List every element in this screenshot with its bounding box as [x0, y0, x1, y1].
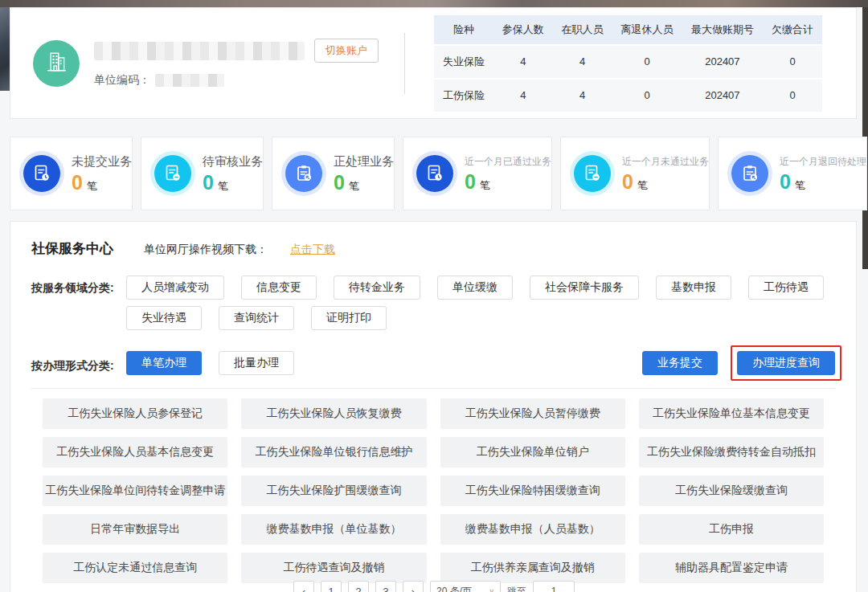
biz-button[interactable]: 工伤申报	[639, 514, 824, 545]
card-processing[interactable]: 正处理业务 0笔	[272, 137, 395, 210]
table-header-row: 险种 参保人数 在职人员 离退休人员 最大做账期号 欠缴合计	[434, 15, 822, 45]
page-size-select[interactable]: 20 条/页 ∨	[430, 581, 501, 592]
progress-query-button[interactable]: 办理进度查询	[737, 351, 835, 375]
domain-button-personnel-change[interactable]: 人员增减变动	[126, 276, 224, 300]
biz-button[interactable]: 工伤失业保险缴费待转金自动抵扣	[639, 437, 824, 467]
document-minus-icon	[574, 155, 611, 192]
biz-button[interactable]: 工伤失业保险缓缴查询	[639, 476, 824, 506]
card-returned-last-month[interactable]: 近一个月退回待处理 0笔	[718, 137, 867, 210]
biz-button[interactable]: 工伤失业保险人员暂停缴费	[440, 398, 625, 429]
pagination-next-button[interactable]: ›	[403, 581, 424, 592]
domain-button-info-change[interactable]: 信息变更	[241, 276, 317, 300]
insurance-summary-table: 险种 参保人数 在职人员 离退休人员 最大做账期号 欠缴合计 失业保险 4 4 …	[434, 15, 822, 112]
card-count: 0笔	[203, 173, 263, 193]
page-size-value: 20 条/页	[436, 585, 472, 592]
cell-period: 202407	[682, 79, 763, 112]
card-rejected-last-month[interactable]: 近一个月未通过业务 0笔	[560, 137, 710, 210]
domain-button-base-declaration[interactable]: 基数申报	[656, 276, 731, 300]
biz-button[interactable]: 工伤失业保险单位银行信息维护	[241, 437, 426, 467]
biz-button[interactable]: 工伤待遇查询及撤销	[241, 553, 426, 583]
pagination: ‹ 1 2 3 › 20 条/页 ∨ 跳至	[0, 581, 868, 592]
col-insurance-type: 险种	[434, 15, 493, 45]
download-link[interactable]: 点击下载	[290, 243, 335, 257]
section-title: 社保服务中心	[31, 239, 113, 258]
service-center-panel: 社保服务中心 单位网厅操作视频下载： 点击下载 按服务领域分类: 人员增减变动 …	[10, 221, 857, 592]
domain-button-certificate-print[interactable]: 证明打印	[311, 306, 387, 330]
jump-to-label: 跳至	[507, 581, 526, 592]
domain-button-social-security-card[interactable]: 社会保障卡服务	[530, 276, 639, 300]
biz-button[interactable]: 工伤失业保险单位间待转金调整申请	[43, 476, 227, 506]
card-label: 正处理业务	[334, 154, 394, 169]
domain-button-injury-benefit[interactable]: 工伤待遇	[748, 276, 824, 300]
cell-type: 工伤保险	[434, 79, 493, 112]
biz-button[interactable]: 工伤失业保险人员恢复缴费	[241, 398, 426, 429]
table-row: 失业保险 4 4 0 202407 0	[434, 45, 822, 79]
mode-button-single[interactable]: 单笔办理	[126, 351, 202, 375]
domain-button-pending-transfer[interactable]: 待转金业务	[334, 276, 420, 300]
cell-active: 4	[553, 45, 612, 79]
unit-code-redacted	[155, 74, 224, 87]
status-cards-row: 未提交业务 0笔 待审核业务 0笔	[10, 137, 857, 210]
jump-to-input[interactable]	[533, 581, 575, 592]
biz-button[interactable]: 缴费基数申报（单位基数）	[241, 514, 426, 545]
biz-button[interactable]: 工伤失业保险单位销户	[440, 437, 625, 467]
divider	[404, 33, 405, 94]
cell-type: 失业保险	[434, 45, 493, 79]
table-row: 工伤保险 4 4 0 202407 0	[434, 79, 822, 112]
biz-button[interactable]: 工伤失业保险特困缓缴查询	[440, 476, 625, 506]
domain-button-unemployment-benefit[interactable]: 失业待遇	[126, 306, 202, 330]
card-pending-review[interactable]: 待审核业务 0笔	[141, 137, 264, 210]
card-count: 0笔	[334, 173, 394, 193]
card-count: 0笔	[622, 172, 709, 192]
pagination-page-1[interactable]: 1	[321, 581, 342, 592]
domain-filter-label: 按服务领域分类:	[31, 276, 126, 330]
biz-button[interactable]: 工伤供养亲属查询及撤销	[440, 553, 625, 583]
page: 切换账户 单位编码： 险种 参保人数 在职人员 离退休人员 最大做账期号 欠缴	[0, 0, 868, 592]
submit-business-button[interactable]: 业务提交	[642, 351, 718, 375]
pagination-page-3[interactable]: 3	[375, 581, 396, 592]
domain-filter-buttons: 人员增减变动 信息变更 待转金业务 单位缓缴 社会保障卡服务 基数申报 工伤待遇…	[126, 276, 835, 330]
card-count: 0笔	[72, 173, 132, 193]
col-insured-count: 参保人数	[493, 15, 553, 45]
cell-active: 4	[553, 79, 612, 112]
account-panel: 切换账户 单位编码： 险种 参保人数 在职人员 离退休人员 最大做账期号 欠缴	[10, 7, 857, 119]
cell-arrears: 0	[763, 79, 822, 112]
card-label: 未提交业务	[72, 154, 132, 169]
biz-button[interactable]: 工伤认定未通过信息查询	[43, 553, 227, 583]
business-buttons-grid: 工伤失业保险人员参保登记 工伤失业保险人员恢复缴费 工伤失业保险人员暂停缴费 工…	[43, 398, 824, 583]
card-unsubmitted[interactable]: 未提交业务 0笔	[10, 137, 133, 210]
col-arrears-total: 欠缴合计	[763, 15, 822, 45]
card-count: 0笔	[465, 172, 551, 192]
cell-retired: 0	[612, 45, 682, 79]
document-clock-icon	[23, 155, 60, 192]
mode-button-batch[interactable]: 批量办理	[219, 351, 294, 375]
document-clock-icon	[416, 155, 453, 192]
video-download-label: 单位网厅操作视频下载：	[144, 243, 268, 257]
biz-button[interactable]: 工伤失业保险扩围缓缴查询	[241, 476, 426, 506]
building-icon	[43, 48, 70, 79]
cell-retired: 0	[612, 79, 682, 112]
biz-button[interactable]: 日常年审数据导出	[43, 514, 227, 545]
biz-button[interactable]: 工伤失业保险人员基本信息变更	[43, 437, 227, 467]
cell-period: 202407	[682, 45, 763, 79]
company-name-redacted	[94, 42, 305, 60]
card-approved-last-month[interactable]: 近一个月已通过业务 0笔	[403, 137, 552, 210]
col-max-period: 最大做账期号	[682, 15, 763, 45]
chevron-down-icon: ∨	[489, 587, 494, 592]
col-active-staff: 在职人员	[553, 15, 612, 45]
col-retired-staff: 离退休人员	[612, 15, 682, 45]
biz-button[interactable]: 工伤失业保险人员参保登记	[43, 398, 227, 429]
biz-button[interactable]: 缴费基数申报（人员基数）	[440, 514, 625, 545]
card-label: 近一个月退回待处理	[780, 155, 866, 169]
biz-button[interactable]: 辅助器具配置鉴定申请	[639, 553, 824, 583]
biz-button[interactable]: 工伤失业保险单位基本信息变更	[639, 398, 824, 429]
switch-account-button[interactable]: 切换账户	[314, 39, 379, 63]
clipboard-arrow-icon	[731, 155, 768, 192]
background-edge-left	[0, 7, 10, 91]
window-chrome-band	[0, 0, 868, 7]
domain-button-query-statistics[interactable]: 查询统计	[219, 306, 294, 330]
cell-insured: 4	[493, 45, 553, 79]
pagination-page-2[interactable]: 2	[348, 581, 369, 592]
domain-button-unit-deferral[interactable]: 单位缓缴	[437, 276, 513, 300]
pagination-prev-button[interactable]: ‹	[293, 581, 314, 592]
